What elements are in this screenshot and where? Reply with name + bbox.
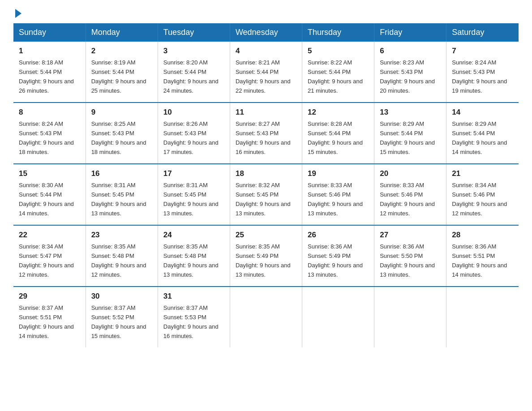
calendar-cell: 25Sunrise: 8:35 AMSunset: 5:49 PMDayligh… [230, 225, 302, 287]
calendar-cell: 27Sunrise: 8:36 AMSunset: 5:50 PMDayligh… [374, 225, 446, 287]
calendar-cell: 17Sunrise: 8:31 AMSunset: 5:45 PMDayligh… [158, 164, 230, 225]
calendar-header-row: SundayMondayTuesdayWednesdayThursdayFrid… [13, 23, 519, 42]
day-number: 21 [452, 168, 513, 180]
day-info: Sunrise: 8:29 AMSunset: 5:44 PMDaylight:… [452, 120, 507, 155]
day-info: Sunrise: 8:32 AMSunset: 5:45 PMDaylight:… [236, 182, 291, 217]
day-info: Sunrise: 8:34 AMSunset: 5:47 PMDaylight:… [19, 243, 74, 278]
calendar-cell: 1Sunrise: 8:18 AMSunset: 5:44 PMDaylight… [13, 42, 86, 103]
day-number: 30 [91, 291, 152, 302]
day-info: Sunrise: 8:24 AMSunset: 5:43 PMDaylight:… [452, 59, 507, 94]
day-number: 9 [91, 107, 152, 118]
calendar-cell [446, 287, 519, 347]
calendar-cell: 16Sunrise: 8:31 AMSunset: 5:45 PMDayligh… [86, 164, 158, 225]
day-info: Sunrise: 8:31 AMSunset: 5:45 PMDaylight:… [91, 182, 146, 217]
calendar-cell: 21Sunrise: 8:34 AMSunset: 5:46 PMDayligh… [446, 164, 519, 225]
day-number: 18 [236, 168, 296, 180]
day-info: Sunrise: 8:37 AMSunset: 5:53 PMDaylight:… [163, 304, 219, 339]
day-info: Sunrise: 8:31 AMSunset: 5:45 PMDaylight:… [163, 182, 219, 217]
day-info: Sunrise: 8:26 AMSunset: 5:43 PMDaylight:… [163, 120, 219, 155]
calendar-cell [302, 287, 374, 347]
calendar-cell [230, 287, 302, 347]
day-number: 6 [380, 45, 441, 57]
day-number: 28 [452, 229, 513, 241]
day-number: 31 [163, 291, 224, 302]
calendar-cell: 15Sunrise: 8:30 AMSunset: 5:44 PMDayligh… [13, 164, 86, 225]
calendar-cell: 31Sunrise: 8:37 AMSunset: 5:53 PMDayligh… [158, 287, 230, 347]
day-info: Sunrise: 8:21 AMSunset: 5:44 PMDaylight:… [236, 59, 291, 94]
calendar-cell: 11Sunrise: 8:27 AMSunset: 5:43 PMDayligh… [230, 103, 302, 164]
day-number: 7 [452, 45, 513, 57]
day-number: 13 [380, 107, 441, 118]
column-header-monday: Monday [86, 23, 158, 42]
calendar-cell: 8Sunrise: 8:24 AMSunset: 5:43 PMDaylight… [13, 103, 86, 164]
calendar-table: SundayMondayTuesdayWednesdayThursdayFrid… [13, 23, 519, 347]
day-number: 22 [19, 229, 80, 241]
day-number: 19 [308, 168, 369, 180]
day-number: 4 [236, 45, 296, 57]
logo-arrow-icon [15, 9, 21, 18]
day-info: Sunrise: 8:25 AMSunset: 5:43 PMDaylight:… [91, 120, 146, 155]
column-header-friday: Friday [374, 23, 446, 42]
calendar-week-row: 1Sunrise: 8:18 AMSunset: 5:44 PMDaylight… [13, 42, 519, 103]
day-number: 24 [163, 229, 224, 241]
day-number: 11 [236, 107, 296, 118]
day-info: Sunrise: 8:33 AMSunset: 5:46 PMDaylight:… [380, 182, 435, 217]
calendar-cell: 7Sunrise: 8:24 AMSunset: 5:43 PMDaylight… [446, 42, 519, 103]
calendar-cell: 29Sunrise: 8:37 AMSunset: 5:51 PMDayligh… [13, 287, 86, 347]
calendar-cell: 14Sunrise: 8:29 AMSunset: 5:44 PMDayligh… [446, 103, 519, 164]
day-info: Sunrise: 8:28 AMSunset: 5:44 PMDaylight:… [308, 120, 363, 155]
calendar-cell: 6Sunrise: 8:23 AMSunset: 5:43 PMDaylight… [374, 42, 446, 103]
day-info: Sunrise: 8:30 AMSunset: 5:44 PMDaylight:… [19, 182, 74, 217]
column-header-tuesday: Tuesday [158, 23, 230, 42]
calendar-cell: 13Sunrise: 8:29 AMSunset: 5:44 PMDayligh… [374, 103, 446, 164]
day-info: Sunrise: 8:36 AMSunset: 5:50 PMDaylight:… [380, 243, 435, 278]
calendar-cell: 18Sunrise: 8:32 AMSunset: 5:45 PMDayligh… [230, 164, 302, 225]
day-info: Sunrise: 8:20 AMSunset: 5:44 PMDaylight:… [163, 59, 219, 94]
day-number: 17 [163, 168, 224, 180]
calendar-cell [374, 287, 446, 347]
day-number: 23 [91, 229, 152, 241]
day-info: Sunrise: 8:24 AMSunset: 5:43 PMDaylight:… [19, 120, 74, 155]
day-info: Sunrise: 8:23 AMSunset: 5:43 PMDaylight:… [380, 59, 435, 94]
day-info: Sunrise: 8:37 AMSunset: 5:51 PMDaylight:… [19, 304, 74, 339]
calendar-cell: 12Sunrise: 8:28 AMSunset: 5:44 PMDayligh… [302, 103, 374, 164]
day-number: 29 [19, 291, 80, 302]
calendar-cell: 28Sunrise: 8:36 AMSunset: 5:51 PMDayligh… [446, 225, 519, 287]
day-info: Sunrise: 8:19 AMSunset: 5:44 PMDaylight:… [91, 59, 146, 94]
calendar-cell: 3Sunrise: 8:20 AMSunset: 5:44 PMDaylight… [158, 42, 230, 103]
day-info: Sunrise: 8:36 AMSunset: 5:49 PMDaylight:… [308, 243, 363, 278]
calendar-cell: 5Sunrise: 8:22 AMSunset: 5:44 PMDaylight… [302, 42, 374, 103]
day-info: Sunrise: 8:22 AMSunset: 5:44 PMDaylight:… [308, 59, 363, 94]
calendar-week-row: 22Sunrise: 8:34 AMSunset: 5:47 PMDayligh… [13, 225, 519, 287]
calendar-cell: 22Sunrise: 8:34 AMSunset: 5:47 PMDayligh… [13, 225, 86, 287]
calendar-cell: 2Sunrise: 8:19 AMSunset: 5:44 PMDaylight… [86, 42, 158, 103]
day-number: 16 [91, 168, 152, 180]
logo [13, 9, 21, 16]
day-number: 10 [163, 107, 224, 118]
day-number: 3 [163, 45, 224, 57]
day-info: Sunrise: 8:33 AMSunset: 5:46 PMDaylight:… [308, 182, 363, 217]
calendar-week-row: 29Sunrise: 8:37 AMSunset: 5:51 PMDayligh… [13, 287, 519, 347]
day-info: Sunrise: 8:34 AMSunset: 5:46 PMDaylight:… [452, 182, 507, 217]
day-number: 8 [19, 107, 80, 118]
calendar-cell: 10Sunrise: 8:26 AMSunset: 5:43 PMDayligh… [158, 103, 230, 164]
day-info: Sunrise: 8:37 AMSunset: 5:52 PMDaylight:… [91, 304, 146, 339]
day-info: Sunrise: 8:35 AMSunset: 5:49 PMDaylight:… [236, 243, 291, 278]
column-header-saturday: Saturday [446, 23, 519, 42]
day-info: Sunrise: 8:29 AMSunset: 5:44 PMDaylight:… [380, 120, 435, 155]
calendar-week-row: 15Sunrise: 8:30 AMSunset: 5:44 PMDayligh… [13, 164, 519, 225]
calendar-cell: 4Sunrise: 8:21 AMSunset: 5:44 PMDaylight… [230, 42, 302, 103]
day-number: 2 [91, 45, 152, 57]
day-number: 26 [308, 229, 369, 241]
page-header [13, 9, 519, 16]
column-header-sunday: Sunday [13, 23, 86, 42]
day-number: 27 [380, 229, 441, 241]
calendar-cell: 20Sunrise: 8:33 AMSunset: 5:46 PMDayligh… [374, 164, 446, 225]
calendar-cell: 24Sunrise: 8:35 AMSunset: 5:48 PMDayligh… [158, 225, 230, 287]
calendar-cell: 26Sunrise: 8:36 AMSunset: 5:49 PMDayligh… [302, 225, 374, 287]
column-header-wednesday: Wednesday [230, 23, 302, 42]
day-number: 25 [236, 229, 296, 241]
day-number: 14 [452, 107, 513, 118]
column-header-thursday: Thursday [302, 23, 374, 42]
day-number: 20 [380, 168, 441, 180]
